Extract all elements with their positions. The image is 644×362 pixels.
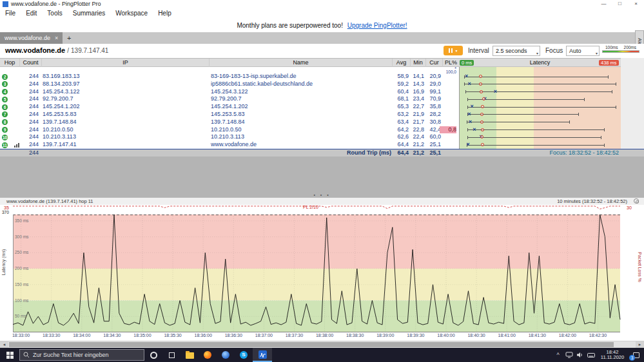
target-ip: 139.7.147.41	[71, 47, 108, 54]
col-count[interactable]: Count	[19, 59, 41, 67]
zoom-icon[interactable]	[634, 198, 639, 204]
pl-axis-max-left: 35	[4, 205, 9, 210]
empty-panel	[0, 157, 644, 193]
hop-min: 21,9	[409, 111, 424, 119]
col-hop[interactable]: Hop	[0, 59, 19, 67]
menu-tools[interactable]: Tools	[42, 8, 67, 19]
average-marker	[480, 90, 483, 93]
scrollbar-thumb[interactable]	[9, 342, 614, 347]
task-view-button[interactable]	[162, 348, 181, 362]
focus-label: Focus	[545, 47, 563, 54]
table-row-hop-9[interactable]: 924410.210.0.5010.210.0.5064,222,842,40,…	[0, 126, 644, 134]
x-tick-label: 18:39:00	[371, 333, 400, 338]
chevron-down-icon: ▾	[596, 49, 598, 58]
current-marker: ×	[471, 103, 474, 111]
hop-name: 10.210.3.113	[211, 133, 244, 141]
network-tray-button[interactable]	[563, 348, 574, 362]
table-row-hop-5[interactable]: 524492.79.200.792.79.200.768,123,470,9×	[0, 95, 644, 103]
splitter-handle[interactable]: • • •	[0, 193, 644, 198]
x-tick-label: 18:38:30	[341, 333, 369, 338]
keyboard-icon	[587, 352, 595, 358]
browser-button[interactable]	[217, 348, 235, 362]
tab-vodafone[interactable]: www.vodafone.de ×	[0, 32, 63, 44]
focus-select[interactable]: Auto ▾	[566, 46, 600, 56]
footer-min: 21,2	[409, 149, 424, 157]
hop-count: 244	[19, 133, 39, 141]
hop-avg: 63,2	[384, 111, 409, 119]
pingplotter-taskbar-button[interactable]	[253, 348, 272, 362]
hop-ip: 145.253.5.83	[43, 111, 77, 119]
minimize-button[interactable]: —	[596, 0, 612, 8]
close-button[interactable]: ×	[628, 0, 644, 8]
clock-date: 11.11.2020	[596, 355, 629, 361]
col-latency: Latency	[459, 59, 621, 67]
col-min[interactable]: Min	[410, 59, 425, 67]
taskbar-search-input[interactable]: Zur Suche Text hier eingeben	[19, 349, 144, 361]
x-tick-label: 18:37:00	[249, 333, 278, 338]
chevron-down-icon: ▾	[536, 49, 538, 58]
hop-cur: 99,1	[424, 88, 441, 96]
volume-tray-button[interactable]	[574, 348, 585, 362]
firefox-icon	[204, 351, 211, 359]
start-button[interactable]	[0, 348, 19, 362]
hop-count: 244	[19, 111, 39, 119]
col-ip[interactable]: IP	[41, 59, 209, 67]
scroll-left-arrow[interactable]: ◄	[0, 341, 8, 348]
pl-ratio-label: PL 2/10	[303, 205, 318, 209]
cortana-button[interactable]	[144, 348, 162, 362]
hop-ip: 92.79.200.7	[43, 95, 73, 103]
latency-scale-legend: 100ms 200ms	[602, 45, 639, 53]
hop-latency-graph: ×	[459, 73, 621, 81]
table-row-hop-11[interactable]: 11244139.7.147.41www.vodafone.de64,421,2…	[0, 141, 644, 149]
average-marker	[479, 75, 482, 78]
hop-avg: 58,9	[384, 73, 409, 81]
table-row-hop-8[interactable]: 8244139.7.148.84139.7.148.8463,421,730,8…	[0, 119, 644, 126]
network-icon	[565, 352, 573, 358]
hop-ip: 145.254.3.122	[43, 88, 80, 96]
average-marker	[481, 143, 484, 146]
interval-select[interactable]: 2.5 seconds ▾	[493, 46, 540, 56]
hop-ip: 10.210.3.113	[43, 133, 76, 141]
col-cur[interactable]: Cur	[425, 59, 442, 67]
tray-expand-button[interactable]: ^	[552, 348, 563, 362]
scroll-right-arrow[interactable]: ►	[636, 341, 644, 348]
table-row-hop-7[interactable]: 7244145.253.5.83145.253.5.8363,221,928,2…	[0, 111, 644, 119]
current-marker: ×	[468, 81, 471, 88]
upgrade-link[interactable]: Upgrade PingPlotter!	[347, 22, 407, 29]
menu-workspace[interactable]: Workspace	[110, 8, 153, 19]
latency-range-line	[467, 137, 601, 138]
col-avg[interactable]: Avg	[392, 59, 410, 67]
menu-help[interactable]: Help	[153, 8, 177, 19]
hop-cur: 28,2	[424, 111, 441, 119]
col-name[interactable]: Name	[209, 59, 392, 67]
table-row-hop-3[interactable]: 324488.134.203.97ip5886cb61.static.kabel…	[0, 81, 644, 88]
table-row-hop-6[interactable]: 6244145.254.1.202145.254.1.20265,322,735…	[0, 103, 644, 111]
table-row-hop-4[interactable]: 4244145.254.3.122145.254.3.12260,416,999…	[0, 88, 644, 96]
table-row-hop-10[interactable]: 1024410.210.3.11310.210.3.11362,622,460,…	[0, 133, 644, 141]
taskbar-clock[interactable]: 18:42 11.11.2020	[596, 350, 629, 361]
table-row-hop-2[interactable]: 224483.169.183.1383-169-183-13-isp.super…	[0, 73, 644, 81]
timeline-plot[interactable]	[0, 214, 644, 332]
focus-value: Auto	[569, 48, 581, 54]
focus-range: Focus: 18:32:52 - 18:42:52	[451, 149, 619, 157]
action-center-button[interactable]: 3	[629, 348, 644, 362]
maximize-button[interactable]: □	[612, 0, 628, 8]
hop-cur: 42,4	[424, 126, 441, 134]
x-tick-label: 18:41:30	[523, 333, 551, 338]
horizontal-scrollbar[interactable]: ◄ ►	[0, 341, 644, 348]
firefox-button[interactable]	[199, 348, 217, 362]
windows-logo-icon	[6, 352, 14, 359]
tab-close-icon[interactable]: ×	[55, 35, 58, 41]
timeline-header: www.vodafone.de (139.7.147.41) hop 11 10…	[0, 198, 644, 205]
menu-edit[interactable]: Edit	[21, 8, 42, 19]
menu-summaries[interactable]: Summaries	[68, 8, 111, 19]
hop-number-badge: 3	[2, 81, 8, 87]
menu-file[interactable]: File	[0, 8, 21, 19]
keyboard-tray-button[interactable]	[585, 348, 596, 362]
new-tab-button[interactable]: +	[63, 32, 75, 44]
target-state-button[interactable]: ▾	[444, 46, 463, 55]
skype-button[interactable]: S	[235, 348, 253, 362]
file-explorer-button[interactable]	[181, 348, 199, 362]
x-tick-label: 18:36:00	[189, 333, 217, 338]
current-marker: ×	[465, 73, 468, 81]
